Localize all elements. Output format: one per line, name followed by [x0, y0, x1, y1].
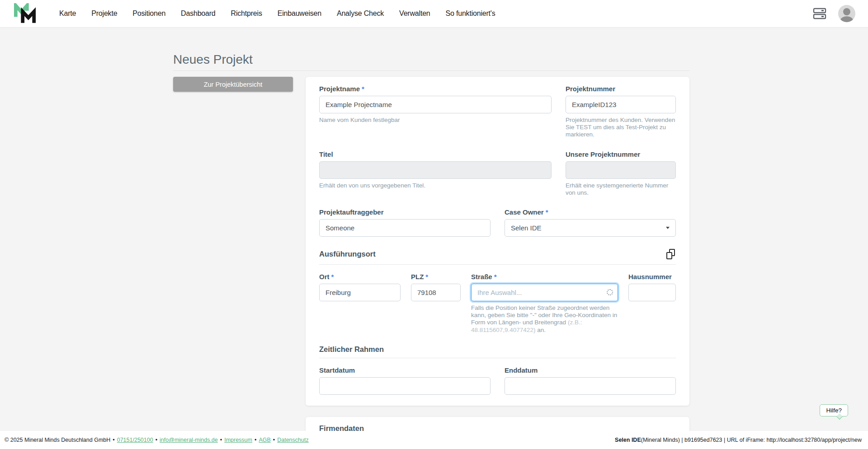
required-asterisk: * [331, 273, 334, 281]
footer-session-info: (Mineral Minds) | b91695ed7623 | URL of … [641, 437, 862, 443]
required-asterisk: * [546, 208, 548, 216]
field-plz: PLZ* [411, 273, 461, 334]
required-asterisk: * [425, 273, 428, 281]
unsere-projektnummer-helper: Erhält eine systemgenerierte Nummer von … [566, 182, 676, 196]
footer-link-datenschutz[interactable]: Datenschutz [277, 437, 308, 443]
plz-label: PLZ* [411, 273, 461, 281]
titel-label: Titel [319, 150, 552, 158]
title-divider [173, 70, 689, 71]
new-project-card: Projektname* Name vom Kunden festlegbar … [306, 77, 689, 406]
hausnummer-label: Hausnummer [628, 273, 676, 281]
nav-item-so-funktionierts[interactable]: So funktioniert's [438, 9, 503, 18]
plz-input[interactable] [411, 284, 461, 301]
copy-location-button[interactable] [665, 248, 676, 260]
case-owner-label: Case Owner* [505, 208, 676, 216]
startdatum-label: Startdatum [319, 366, 491, 374]
nav-item-positionen[interactable]: Positionen [125, 9, 173, 18]
section-title-ausfuehrungsort: Ausführungsort [319, 250, 376, 258]
field-hausnummer: Hausnummer [628, 273, 676, 334]
strasse-helper: Falls die Position keiner Straße zugeord… [471, 304, 618, 334]
field-startdatum: Startdatum [319, 366, 491, 395]
nav-item-verwalten[interactable]: Verwalten [392, 9, 438, 18]
back-to-project-overview-button[interactable]: Zur Projektübersicht [173, 77, 293, 92]
field-projektname: Projektname* Name vom Kunden festlegbar [319, 85, 552, 139]
required-asterisk: * [494, 273, 497, 281]
footer-link-agb[interactable]: AGB [259, 437, 270, 443]
nav-item-dashboard[interactable]: Dashboard [173, 9, 223, 18]
nav-item-projekte[interactable]: Projekte [84, 9, 125, 18]
titel-helper: Erhält den von uns vorgegebenen Titel. [319, 182, 552, 189]
projektname-input[interactable] [319, 96, 552, 113]
server-status-icon[interactable] [813, 8, 826, 19]
footer-session-user: Selen IDE [615, 437, 641, 443]
field-strasse: Straße* Falls die Position keiner Straße… [471, 273, 618, 334]
section-title-zeitlicher-rahmen: Zeitlicher Rahmen [319, 345, 384, 354]
user-avatar[interactable] [838, 5, 855, 22]
page-title: Neues Projekt [173, 53, 689, 66]
ort-input[interactable] [319, 284, 401, 301]
projektname-helper: Name vom Kunden festlegbar [319, 117, 552, 124]
help-button[interactable]: Hilfe? [820, 404, 848, 416]
projektnummer-helper: Projektnummer des Kunden. Verwenden Sie … [566, 117, 676, 139]
unsere-projektnummer-input [566, 161, 676, 179]
loading-spinner-icon [607, 289, 613, 295]
enddatum-input[interactable] [505, 377, 676, 395]
field-projektauftraggeber: Projektauftraggeber [319, 208, 491, 237]
avatar-head-icon [843, 8, 850, 15]
startdatum-input[interactable] [319, 377, 491, 395]
projektauftraggeber-input[interactable] [319, 219, 491, 237]
field-case-owner: Case Owner* Selen IDE [505, 208, 676, 237]
footer-link-phone[interactable]: 07151/250100 [117, 437, 153, 443]
field-projektnummer: Projektnummer Projektnummer des Kunden. … [566, 85, 676, 139]
section-divider [319, 264, 676, 265]
avatar-body-icon [840, 16, 853, 22]
projektnummer-input[interactable] [566, 96, 676, 113]
case-owner-select[interactable]: Selen IDE [505, 219, 676, 237]
footer: © 2025 Mineral Minds Deutschland GmbH • … [0, 431, 868, 449]
ort-label: Ort* [319, 273, 401, 281]
projektauftraggeber-label: Projektauftraggeber [319, 208, 491, 216]
projektname-label: Projektname* [319, 85, 552, 93]
hausnummer-input[interactable] [628, 284, 676, 301]
chevron-down-icon [666, 227, 670, 229]
main-content: Neues Projekt Zur Projektübersicht Proje… [173, 27, 689, 449]
case-owner-value: Selen IDE [511, 224, 542, 232]
required-asterisk: * [362, 85, 364, 93]
titel-input [319, 161, 552, 179]
field-unsere-projektnummer: Unsere Projektnummer Erhält eine systemg… [566, 150, 676, 196]
nav-item-karte[interactable]: Karte [52, 9, 84, 18]
projektnummer-label: Projektnummer [566, 85, 676, 93]
strasse-input[interactable] [471, 284, 618, 301]
nav-item-richtpreis[interactable]: Richtpreis [223, 9, 270, 18]
footer-copyright: © 2025 Mineral Minds Deutschland GmbH [5, 437, 110, 443]
field-titel: Titel Erhält den von uns vorgegebenen Ti… [319, 150, 552, 196]
field-ort: Ort* [319, 273, 401, 334]
nav-item-analyse-check[interactable]: Analyse Check [329, 9, 392, 18]
enddatum-label: Enddatum [505, 366, 676, 374]
mineral-minds-logo-icon[interactable] [14, 3, 36, 24]
field-enddatum: Enddatum [505, 366, 676, 395]
footer-link-email[interactable]: info@mineral-minds.de [160, 437, 218, 443]
footer-link-impressum[interactable]: Impressum [224, 437, 252, 443]
strasse-label: Straße* [471, 273, 618, 281]
unsere-projektnummer-label: Unsere Projektnummer [566, 150, 676, 158]
section-divider [319, 358, 676, 358]
top-navbar: Karte Projekte Positionen Dashboard Rich… [0, 0, 868, 27]
copy-icon [666, 249, 675, 259]
nav-item-einbauweisen[interactable]: Einbauweisen [270, 9, 329, 18]
